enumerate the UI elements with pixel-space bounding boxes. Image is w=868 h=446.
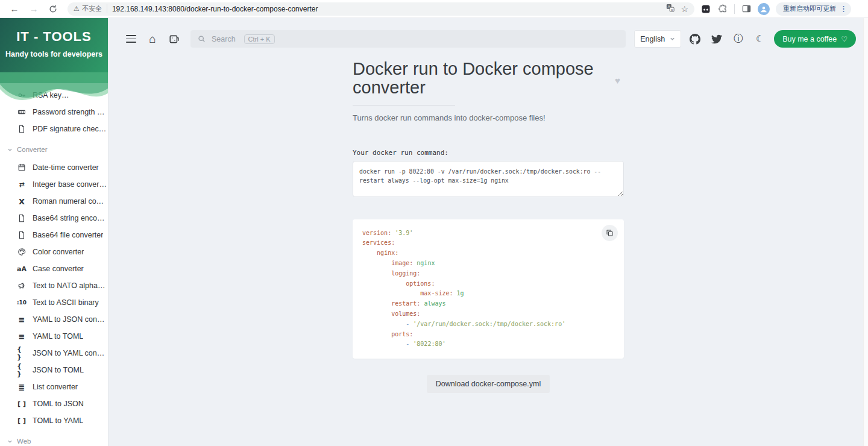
yaml-line: options: (362, 279, 614, 289)
dark-mode-toggle[interactable]: ☾ (752, 31, 768, 47)
sidebar-item-yaml-to-toml[interactable]: ≡ YAML to TOML (0, 328, 108, 345)
app-header: ⌂ Search Ctrl + K English ⓘ ☾ Buy me a c… (108, 18, 868, 48)
sidebar-item-toml-to-yaml[interactable]: [ ] TOML to YAML (0, 412, 108, 429)
home-button[interactable]: ⌂ (145, 31, 160, 47)
page-scrollbar[interactable] (863, 18, 868, 446)
about-button[interactable]: ⓘ (731, 31, 746, 47)
language-select[interactable]: English (634, 30, 681, 48)
sidebar-item-date-time-converter[interactable]: Date-time converter (0, 159, 108, 176)
sidebar-item-text-to-ascii-binary[interactable]: :10 Text to ASCII binary (0, 294, 108, 311)
forward-icon[interactable]: → (27, 2, 41, 16)
doc-icon (17, 124, 27, 134)
back-icon[interactable]: ← (7, 2, 22, 16)
chevron-down-icon (7, 439, 13, 444)
github-link[interactable] (687, 31, 703, 47)
sidebar-item-base64-string-encode[interactable]: Base64 string encode... (0, 210, 108, 227)
app-title: IT - TOOLS (0, 18, 108, 45)
yaml-line: services: (362, 238, 614, 248)
twitter-icon (711, 34, 722, 45)
case-icon: aA (17, 264, 27, 274)
security-label: 不安全 (82, 4, 102, 13)
sidebar-item-password-strength-an[interactable]: Password strength an... (0, 104, 108, 121)
menu-toggle-button[interactable] (123, 31, 139, 47)
toolbar-divider (734, 4, 735, 14)
yaml-line: logging: (362, 269, 614, 279)
random-tool-button[interactable] (166, 31, 182, 47)
sidebar-sections: Converter Date-time converter ⇄ Integer … (0, 146, 108, 446)
buy-coffee-button[interactable]: Buy me a coffee♡ (774, 30, 856, 48)
sidebar-item-base64-file-converter[interactable]: Base64 file converter (0, 227, 108, 243)
docker-run-input[interactable] (353, 161, 624, 197)
language-value: English (640, 35, 665, 43)
security-chip[interactable]: ⚠不安全 (74, 4, 107, 13)
bookmark-star-icon[interactable]: ☆ (681, 4, 688, 14)
twitter-link[interactable] (709, 31, 725, 47)
main-area: ⌂ Search Ctrl + K English ⓘ ☾ Buy me a c… (108, 18, 868, 446)
yaml-line: nginx: (362, 248, 614, 259)
sidebar-item-color-converter[interactable]: Color converter (0, 243, 108, 260)
address-bar[interactable]: ⚠不安全 192.168.149.143:8080/docker-run-to-… (68, 2, 694, 16)
sidebar-header: IT - TOOLS Handy tools for developers (0, 18, 108, 83)
update-label: 重新启动即可更新 (783, 4, 836, 13)
yaml-line: ports: (362, 330, 614, 340)
sidebar-item-json-to-yaml-conver[interactable]: { } JSON to YAML conver... (0, 345, 108, 362)
sidebar-item-pdf-signature-checker[interactable]: PDF signature checker (0, 121, 108, 137)
brackets-icon: [ ] (17, 416, 27, 426)
yaml-line: version: '3.9' (362, 228, 614, 239)
url-text[interactable]: 192.168.149.143:8080/docker-run-to-docke… (112, 5, 662, 13)
random-tool-icon (169, 34, 180, 45)
kebab-menu-icon[interactable]: ⋮ (840, 4, 848, 13)
side-panel-icon[interactable] (741, 4, 752, 14)
sidebar-item-case-converter[interactable]: aA Case converter (0, 260, 108, 277)
chevron-down-icon (7, 147, 13, 152)
yaml-line: - '8022:80' (362, 339, 614, 350)
profile-avatar[interactable] (758, 3, 770, 15)
braces-icon: { } (17, 348, 27, 358)
sidebar-item-yaml-to-json-conver[interactable]: ≡ YAML to JSON conver... (0, 311, 108, 328)
cal-icon (17, 163, 27, 172)
translate-icon[interactable]: Aa (666, 4, 675, 14)
search-placeholder: Search (212, 35, 236, 43)
sidebar-item-json-to-toml[interactable]: { } JSON to TOML (0, 362, 108, 378)
chrome-update-button[interactable]: 重新启动即可更新⋮ (776, 2, 851, 16)
reload-icon[interactable] (46, 2, 60, 16)
copy-button[interactable] (602, 225, 618, 241)
sidebar-item-roman-numeral-conv[interactable]: X Roman numeral conv... (0, 193, 108, 210)
output-code-card: version: '3.9'services: nginx: image: ng… (353, 219, 624, 359)
yaml-line: - '/var/run/docker.sock:/tmp/docker.sock… (362, 319, 614, 330)
extension-darkreader-icon[interactable] (700, 4, 711, 14)
braces-icon: { } (17, 365, 27, 375)
home-icon: ⌂ (149, 33, 156, 45)
input-label: Your docker run command: (353, 149, 624, 157)
tool-description: Turns docker run commands into docker-co… (353, 113, 624, 122)
search-icon (198, 35, 206, 43)
doc-icon (17, 213, 27, 223)
sidebar-section-web[interactable]: Web (0, 438, 108, 445)
warning-icon: ⚠ (74, 5, 80, 13)
brackets-icon: [ ] (17, 399, 27, 409)
sidebar-item-integer-base-converter[interactable]: ⇄ Integer base converter (0, 176, 108, 193)
sidebar-item-text-to-nato-alphabet[interactable]: Text to NATO alphabet (0, 277, 108, 294)
title-underline (353, 105, 455, 105)
coffee-label: Buy me a coffee (782, 35, 837, 43)
browser-toolbar: ← → ⚠不安全 192.168.149.143:8080/docker-run… (0, 0, 868, 18)
binary-icon: :10 (17, 298, 27, 307)
search-shortcut-badge: Ctrl + K (244, 34, 275, 44)
yaml-line: volumes: (362, 309, 614, 319)
swap-icon: ⇄ (17, 180, 27, 189)
search-input[interactable]: Search Ctrl + K (190, 30, 626, 48)
sidebar-section-converter[interactable]: Converter (0, 146, 108, 153)
chevron-down-icon (670, 36, 675, 42)
download-button[interactable]: Download docker-compose.yml (427, 375, 550, 393)
page-title: Docker run to Docker compose converter (353, 60, 624, 98)
yaml-code: version: '3.9'services: nginx: image: ng… (362, 228, 614, 350)
sidebar-item-rsa-key[interactable]: RSA key… (0, 87, 108, 104)
extensions-puzzle-icon[interactable] (717, 4, 728, 14)
mega-icon (17, 281, 27, 291)
favorite-heart-icon[interactable]: ♥ (615, 75, 620, 86)
yaml-line: image: nginx (362, 259, 614, 269)
sidebar-item-toml-to-json[interactable]: [ ] TOML to JSON (0, 395, 108, 412)
yaml-icon: ≡ (17, 315, 27, 324)
sidebar-item-list-converter[interactable]: ≣ List converter (0, 378, 108, 395)
hamburger-icon (126, 35, 136, 42)
